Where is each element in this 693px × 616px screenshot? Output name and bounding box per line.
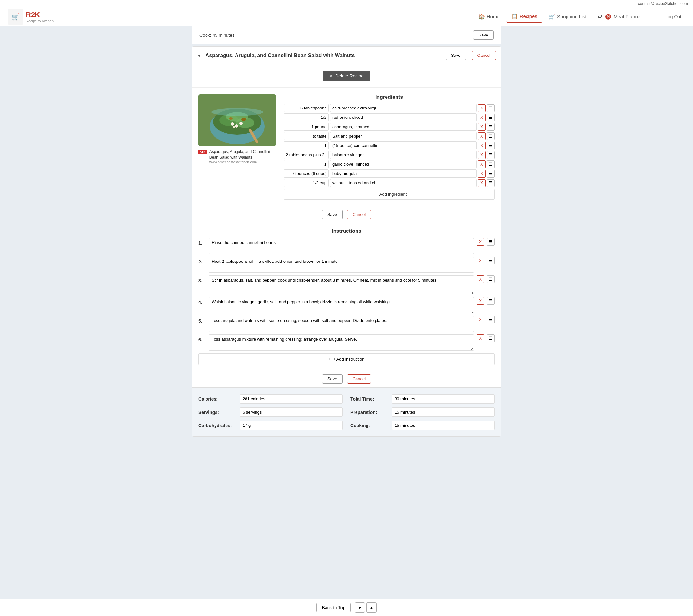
table-row: X ☰ xyxy=(283,151,495,159)
instruction-drag-5[interactable]: ☰ xyxy=(487,316,495,324)
ingredient-name-6[interactable] xyxy=(330,151,476,159)
instruction-delete-2[interactable]: X xyxy=(476,257,484,265)
ingredient-delete-9[interactable]: X xyxy=(478,179,486,187)
ingredient-drag-4[interactable]: ☰ xyxy=(487,132,495,140)
plus-instruction-icon: + xyxy=(329,357,331,362)
instructions-save-button[interactable]: Save xyxy=(322,374,343,384)
instruction-delete-1[interactable]: X xyxy=(476,238,484,246)
cook-time-save-button[interactable]: Save xyxy=(473,30,494,40)
source-badge: ATK xyxy=(198,150,207,154)
nav-home[interactable]: 🏠 Home xyxy=(473,11,505,22)
add-instruction-button[interactable]: + + Add Instruction xyxy=(198,353,495,365)
recipe-image-section: ATK Asparagus, Arugula, and Cannellini B… xyxy=(198,94,276,199)
instruction-text-1[interactable]: Rinse the canned cannellini beans. xyxy=(209,238,474,254)
ingredient-name-7[interactable] xyxy=(330,160,476,168)
table-row: 4. Whisk balsamic vinegar, garlic, salt,… xyxy=(198,297,495,313)
ingredient-delete-6[interactable]: X xyxy=(478,151,486,159)
ingredient-name-3[interactable] xyxy=(330,123,476,131)
ingredient-qty-4[interactable] xyxy=(283,132,329,140)
instruction-delete-4[interactable]: X xyxy=(476,297,484,305)
svg-point-6 xyxy=(231,122,234,126)
instruction-delete-6[interactable]: X xyxy=(476,334,484,342)
instruction-text-2[interactable]: Heat 2 tablespoons oil in a skillet; add… xyxy=(209,257,474,273)
instruction-text-6[interactable]: Toss asparagus mixture with remaining dr… xyxy=(209,334,474,351)
ingredient-qty-1[interactable] xyxy=(283,104,329,112)
ingredient-delete-5[interactable]: X xyxy=(478,142,486,150)
ingredient-drag-1[interactable]: ☰ xyxy=(487,104,495,112)
ingredient-delete-1[interactable]: X xyxy=(478,104,486,112)
instructions-cancel-button[interactable]: Cancel xyxy=(347,374,371,384)
calories-input[interactable] xyxy=(240,394,343,404)
cooking-input[interactable] xyxy=(392,421,495,430)
svg-point-11 xyxy=(229,117,233,120)
nav-meal-planner-label: Meal Planner xyxy=(614,14,642,19)
table-row: X ☰ xyxy=(283,141,495,150)
ingredient-list: X ☰ X ☰ X ☰ xyxy=(283,104,495,187)
header-save-button[interactable]: Save xyxy=(446,51,466,60)
ingredient-qty-2[interactable] xyxy=(283,113,329,121)
nav-recipes[interactable]: 📋 Recipes xyxy=(506,11,542,23)
instruction-text-4[interactable]: Whisk balsamic vinegar, garlic, salt, an… xyxy=(209,297,474,313)
navbar: 🛒 R2K Recipe to Kitchen 🏠 Home 📋 Recipes… xyxy=(0,7,693,26)
logout-label: Log Out xyxy=(665,14,681,19)
ingredient-qty-3[interactable] xyxy=(283,123,329,131)
prep-input[interactable] xyxy=(392,407,495,417)
nutrition-section: Calories: Total Time: Servings: Preparat… xyxy=(192,387,501,437)
chevron-icon[interactable]: ▼ xyxy=(197,53,202,58)
ingredient-drag-6[interactable]: ☰ xyxy=(487,151,495,159)
ingredient-qty-5[interactable] xyxy=(283,141,329,150)
add-ingredient-button[interactable]: + + Add Ingredient xyxy=(283,189,495,199)
ingredient-name-2[interactable] xyxy=(330,113,476,121)
instruction-num-3: 3. xyxy=(198,278,206,283)
instruction-drag-2[interactable]: ☰ xyxy=(487,257,495,265)
ingredient-qty-8[interactable] xyxy=(283,170,329,177)
shopping-icon: 🛒 xyxy=(549,14,555,20)
ingredient-drag-7[interactable]: ☰ xyxy=(487,160,495,168)
nav-meal-planner[interactable]: 🍽 44 Meal Planner xyxy=(593,11,647,22)
ingredient-drag-8[interactable]: ☰ xyxy=(487,170,495,177)
ingredient-delete-2[interactable]: X xyxy=(478,114,486,121)
table-row: 1. Rinse the canned cannellini beans. X … xyxy=(198,238,495,254)
table-row: 3. Stir in asparagus, salt, and pepper; … xyxy=(198,275,495,294)
header-cancel-button[interactable]: Cancel xyxy=(472,51,496,60)
ingredient-drag-2[interactable]: ☰ xyxy=(487,114,495,121)
instruction-text-3[interactable]: Stir in asparagus, salt, and pepper; coo… xyxy=(209,275,474,294)
salad-image-svg xyxy=(198,94,276,146)
logout-button[interactable]: → Log Out xyxy=(655,12,685,22)
instruction-delete-3[interactable]: X xyxy=(476,275,484,283)
ingredient-delete-3[interactable]: X xyxy=(478,123,486,131)
nav-shopping-label: Shopping List xyxy=(557,14,587,19)
servings-input[interactable] xyxy=(240,407,343,417)
instruction-drag-4[interactable]: ☰ xyxy=(487,297,495,305)
carbs-input[interactable] xyxy=(240,421,343,430)
instruction-drag-6[interactable]: ☰ xyxy=(487,334,495,342)
table-row: X ☰ xyxy=(283,123,495,131)
ingredient-delete-8[interactable]: X xyxy=(478,170,486,177)
total-time-input[interactable] xyxy=(392,394,495,404)
inline-actions-2: Save Cancel xyxy=(192,370,501,387)
ingredient-delete-4[interactable]: X xyxy=(478,132,486,140)
body-cancel-button[interactable]: Cancel xyxy=(347,210,371,219)
delete-recipe-button[interactable]: ✕ Delete Recipe xyxy=(323,71,370,81)
instruction-delete-5[interactable]: X xyxy=(476,316,484,324)
body-save-button[interactable]: Save xyxy=(322,210,343,219)
ingredient-drag-3[interactable]: ☰ xyxy=(487,123,495,131)
ingredient-qty-9[interactable] xyxy=(283,179,329,187)
recipes-icon: 📋 xyxy=(511,13,518,19)
instruction-drag-3[interactable]: ☰ xyxy=(487,275,495,283)
ingredient-name-4[interactable] xyxy=(330,132,476,140)
instruction-drag-1[interactable]: ☰ xyxy=(487,238,495,246)
source-url: www.americastestkitchen.com xyxy=(210,160,276,164)
ingredient-name-5[interactable] xyxy=(330,141,476,150)
instruction-text-5[interactable]: Toss arugula and walnuts with some dress… xyxy=(209,316,474,332)
ingredient-qty-7[interactable] xyxy=(283,160,329,168)
ingredient-delete-7[interactable]: X xyxy=(478,160,486,168)
nav-shopping[interactable]: 🛒 Shopping List xyxy=(543,11,592,22)
ingredient-name-9[interactable] xyxy=(330,179,476,187)
ingredient-name-8[interactable] xyxy=(330,170,476,177)
nav-recipes-label: Recipes xyxy=(520,14,537,19)
ingredient-drag-9[interactable]: ☰ xyxy=(487,179,495,187)
ingredient-name-1[interactable] xyxy=(330,104,476,112)
ingredient-drag-5[interactable]: ☰ xyxy=(487,142,495,150)
ingredient-qty-6[interactable] xyxy=(283,151,329,159)
